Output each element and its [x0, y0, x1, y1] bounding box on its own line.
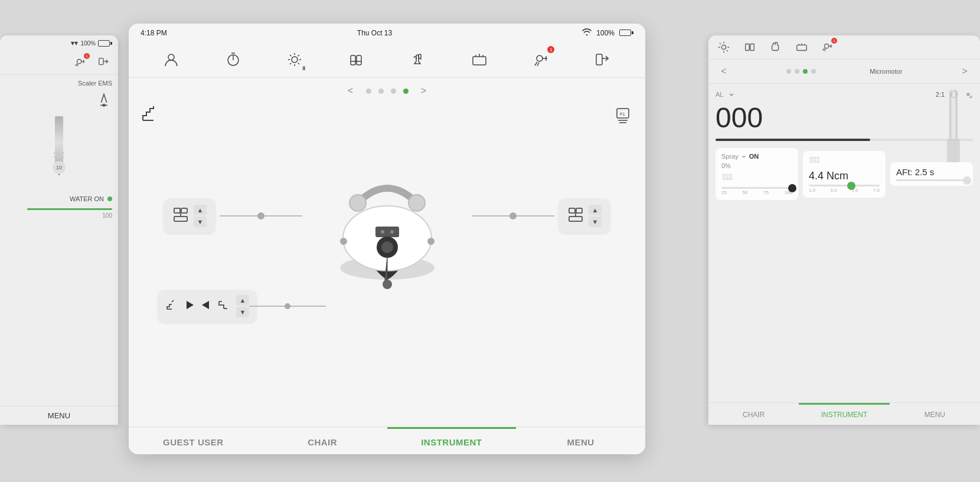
- main-ctrl-right-stepper[interactable]: ▲ ▼: [589, 205, 602, 227]
- left-spray-icon[interactable]: 1: [72, 54, 89, 71]
- right-slider-thumb-1[interactable]: [788, 184, 796, 192]
- right-tab-instrument[interactable]: INSTRUMENT: [799, 403, 889, 425]
- main-ctrl-left-stepper[interactable]: ▲ ▼: [194, 205, 207, 227]
- svg-point-48: [340, 238, 347, 245]
- left-slider-track[interactable]: [27, 208, 112, 210]
- svg-rect-8: [723, 175, 725, 176]
- right-dot-4: [811, 69, 816, 74]
- svg-rect-12: [726, 178, 728, 179]
- main-ctrl-right-icon: [567, 206, 584, 226]
- main-panel: 4:18 PM Thu Oct 13 100%: [129, 24, 645, 454]
- right-tab-chair[interactable]: CHAIR: [708, 403, 799, 425]
- main-ctrl-bottom-stepper[interactable]: ▲ ▼: [236, 295, 249, 317]
- left-power-icon[interactable]: [96, 54, 112, 71]
- main-ctrl-left-icon: [172, 206, 189, 226]
- right-tick-3: 3.0: [830, 188, 837, 193]
- svg-rect-4: [746, 44, 749, 51]
- svg-rect-17: [811, 160, 812, 162]
- svg-point-2: [103, 104, 105, 107]
- right-torque-box: 4.4 Ncm 1.0 3.0 5.0 7.0: [803, 151, 886, 198]
- right-light-icon[interactable]: [716, 39, 732, 55]
- svg-rect-25: [351, 55, 355, 65]
- svg-rect-14: [811, 157, 812, 159]
- main-tool-power[interactable]: [590, 47, 616, 73]
- main-ctrl-left-box[interactable]: ▲ ▼: [164, 199, 215, 233]
- right-dot-2: [795, 69, 799, 74]
- main-ctrl-right-down[interactable]: ▼: [589, 217, 602, 227]
- svg-rect-5: [750, 44, 754, 51]
- main-ctrl-right-box[interactable]: ▲ ▼: [559, 199, 610, 233]
- left-water-dot: [107, 196, 112, 201]
- main-ctrl-bottom-box[interactable]: ▲ ▼: [158, 290, 256, 322]
- main-nav-next[interactable]: >: [416, 83, 432, 99]
- main-tool-light[interactable]: ⏸: [282, 47, 308, 73]
- main-wifi-icon: [582, 28, 592, 37]
- svg-marker-50: [187, 301, 194, 309]
- main-tab-menu[interactable]: MENU: [516, 429, 645, 454]
- main-bottom-tabs: GUEST USER CHAIR INSTRUMENT MENU: [129, 427, 645, 454]
- main-tab-instrument[interactable]: INSTRUMENT: [387, 429, 517, 454]
- right-nav-prev[interactable]: <: [716, 63, 732, 80]
- main-tool-spray[interactable]: 1: [528, 47, 554, 73]
- right-slider-thumb-3[interactable]: [963, 176, 971, 185]
- left-slider-value: 100: [102, 212, 112, 219]
- main-ctrl-left-up[interactable]: ▲: [194, 205, 207, 215]
- svg-rect-35: [569, 208, 575, 213]
- main-ctrl-preset-recline[interactable]: [217, 299, 230, 314]
- left-background-panel: ▾▾ 100% 1 Scaler EMS: [0, 35, 118, 425]
- main-chair-diagram: ▲ ▼: [129, 104, 645, 328]
- left-menu-label[interactable]: MENU: [0, 406, 118, 425]
- main-ctrl-bottom-down[interactable]: ▼: [236, 307, 249, 317]
- svg-point-49: [427, 238, 435, 245]
- right-slider-2[interactable]: [809, 185, 880, 186]
- right-spray-icon[interactable]: 1: [819, 39, 836, 55]
- main-battery-icon: [619, 29, 633, 36]
- right-tab-menu[interactable]: MENU: [890, 403, 980, 425]
- right-dot-1: [786, 69, 791, 74]
- main-tool-hand[interactable]: [405, 47, 431, 73]
- right-slider-1[interactable]: [721, 187, 792, 189]
- right-mode-chevron: [728, 91, 735, 98]
- main-ctrl-bottom: ▲ ▼: [158, 290, 326, 322]
- right-instrument-image: [933, 88, 974, 168]
- main-tool-timer[interactable]: [220, 47, 246, 73]
- svg-rect-26: [357, 55, 361, 65]
- right-spray-param-label: Spray: [721, 153, 739, 160]
- main-ctrl-preset-play[interactable]: [184, 300, 195, 313]
- main-tool-tray[interactable]: [466, 47, 492, 73]
- svg-rect-16: [817, 157, 819, 159]
- svg-marker-51: [202, 301, 209, 309]
- main-ctrl-right: ▲ ▼: [472, 199, 610, 233]
- main-ctrl-bottom-up[interactable]: ▲: [236, 295, 249, 306]
- main-ctrl-left-down[interactable]: ▼: [194, 217, 207, 227]
- right-aft-value: AFt: 2.5 s: [896, 167, 967, 177]
- svg-rect-21: [947, 139, 960, 162]
- right-nav-next[interactable]: >: [956, 63, 973, 80]
- right-tray-icon[interactable]: [793, 39, 810, 55]
- main-ctrl-preset-rinse[interactable]: [165, 299, 178, 314]
- right-slider-thumb-2[interactable]: [847, 182, 855, 190]
- main-tool-user[interactable]: [158, 47, 184, 73]
- main-tool-chair[interactable]: [343, 47, 369, 73]
- main-tab-chair[interactable]: CHAIR: [258, 429, 387, 454]
- main-nav-prev[interactable]: <: [342, 83, 359, 99]
- left-water-label: WATER ON: [70, 195, 104, 202]
- svg-rect-37: [569, 217, 582, 221]
- right-toolbar: 1: [708, 35, 980, 60]
- main-date: Thu Oct 13: [357, 29, 392, 37]
- main-tab-guest[interactable]: GUEST USER: [129, 429, 258, 454]
- left-scaler-label: Scaler EMS: [0, 75, 118, 89]
- right-chair-frame-icon[interactable]: [741, 39, 758, 55]
- right-hand-icon[interactable]: [767, 39, 784, 55]
- svg-point-7: [825, 44, 829, 48]
- right-slider-3[interactable]: [896, 179, 967, 181]
- svg-rect-19: [817, 160, 819, 162]
- main-ctrl-preset-back[interactable]: [201, 300, 211, 313]
- main-ctrl-right-up[interactable]: ▲: [589, 205, 602, 215]
- svg-point-0: [77, 60, 81, 64]
- main-chair-content: P1 ▲ ▼: [129, 104, 645, 417]
- right-grid-icon-1: [721, 173, 792, 185]
- left-scaler-icon: [0, 89, 118, 110]
- main-status-right: 100%: [582, 28, 633, 37]
- right-tick-1: 1.0: [809, 188, 815, 193]
